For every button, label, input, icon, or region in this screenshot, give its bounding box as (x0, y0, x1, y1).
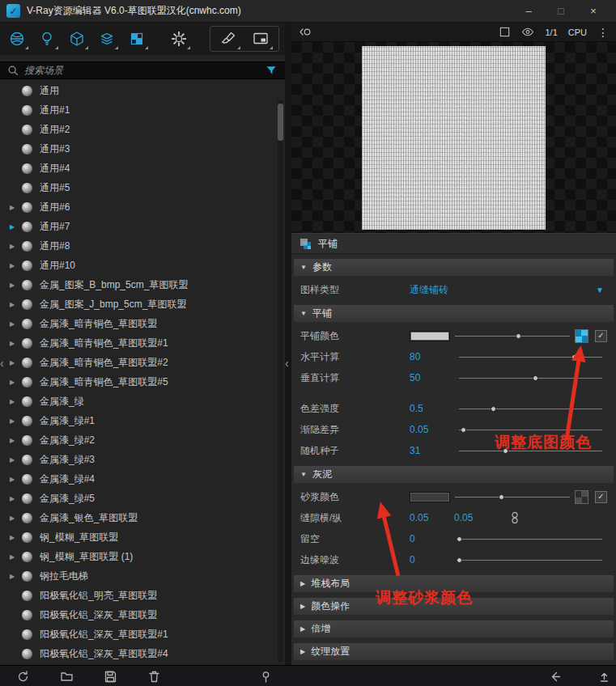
expand-arrow-icon[interactable]: ▶ (5, 456, 19, 464)
expand-arrow-icon[interactable]: ▶ (5, 243, 19, 250)
expand-arrow-icon[interactable]: ▶ (5, 437, 19, 444)
material-paint-button[interactable] (219, 29, 238, 49)
collapse-up-button[interactable] (596, 669, 612, 684)
list-item[interactable]: ▶通用 (0, 81, 285, 100)
slider-thumb[interactable] (457, 557, 462, 563)
list-item[interactable]: ▶通用#6 (0, 197, 285, 217)
expand-arrow-icon[interactable]: ▶ (5, 379, 19, 386)
filter-icon[interactable] (266, 65, 278, 76)
list-item[interactable]: ▶金属_图案_B_bmp_5cm_草图联盟 (0, 275, 285, 294)
list-item[interactable]: ▶金属漆_绿#5 (0, 489, 285, 508)
section-header-color-operations[interactable]: ▶ 颜色操作 (293, 597, 614, 616)
grout-color-texture-button[interactable] (575, 490, 588, 504)
geometry-button[interactable] (68, 29, 86, 49)
slider-thumb[interactable] (457, 536, 462, 542)
expand-arrow-icon[interactable]: ▶ (5, 417, 19, 425)
render-device-button[interactable]: CPU (568, 28, 587, 37)
gap-horizontal-input[interactable]: 0.05 (410, 512, 454, 523)
list-item[interactable]: ▶金属漆_暗青铜色_草图联盟#2 (0, 353, 285, 372)
slider-thumb[interactable] (499, 494, 504, 500)
grout-color-slider[interactable] (455, 488, 570, 506)
section-header-texture-placement[interactable]: ▶ 纹理放置 (293, 642, 614, 661)
list-item[interactable]: ▶金属_图案_J_bmp_5cm_草图联盟 (0, 294, 285, 314)
texture-slot-header[interactable]: 平铺 (291, 233, 616, 254)
expand-arrow-icon[interactable]: ▶ (5, 282, 19, 289)
expand-arrow-icon[interactable]: ▶ (5, 514, 19, 522)
expand-arrow-icon[interactable]: ▶ (5, 553, 19, 561)
collapse-panel-icon[interactable]: ‹ (285, 358, 289, 369)
section-header-tile[interactable]: ▼ 平铺 (293, 304, 614, 323)
slider-thumb[interactable] (491, 406, 496, 412)
gap-vertical-input[interactable]: 0.05 (454, 512, 499, 523)
random-seed-slider[interactable] (459, 442, 602, 459)
list-scrollbar-thumb[interactable] (278, 104, 283, 141)
list-item[interactable]: ▶通用#5 (0, 178, 285, 197)
fade-variance-input[interactable]: 0.05 (410, 424, 454, 435)
open-file-button[interactable] (58, 669, 74, 684)
list-item[interactable]: ▶阳极氧化铝_深灰_草图联盟#1 (0, 625, 285, 644)
panel-divider[interactable]: ‹ (285, 23, 291, 665)
expand-arrow-icon[interactable]: ▶ (5, 398, 19, 405)
expand-arrow-icon[interactable]: ▶ (5, 476, 19, 483)
preview-mode-button[interactable] (299, 26, 312, 38)
list-item[interactable]: ▶金属漆_绿#4 (0, 469, 285, 489)
tile-color-checkbox[interactable]: ✓ (595, 330, 607, 342)
expand-arrow-icon[interactable]: ▶ (5, 301, 19, 308)
slider-thumb[interactable] (571, 354, 577, 360)
edge-noise-slider[interactable] (459, 551, 602, 569)
settings-button[interactable] (170, 29, 188, 49)
list-item[interactable]: ▶金属漆_暗青铜色_草图联盟 (0, 314, 285, 333)
tile-color-texture-button[interactable] (575, 329, 588, 343)
close-button[interactable]: × (577, 1, 610, 22)
list-item[interactable]: ▶金属漆_绿 (0, 392, 285, 411)
tile-color-swatch[interactable] (410, 331, 450, 341)
link-values-icon[interactable] (510, 511, 520, 524)
zoom-ratio-button[interactable]: 1/1 (545, 28, 557, 37)
maximize-button[interactable]: □ (545, 1, 577, 22)
section-header-grout[interactable]: ▼ 灰泥 (293, 465, 614, 484)
refresh-assets-button[interactable] (15, 669, 31, 684)
section-header-stack-layout[interactable]: ▶ 堆栈布局 (293, 574, 614, 593)
grout-color-swatch[interactable] (410, 492, 450, 502)
expand-arrow-icon[interactable]: ▶ (5, 320, 19, 328)
section-header-params[interactable]: ▼ 参数 (293, 258, 614, 277)
horizontal-count-slider[interactable] (459, 348, 602, 366)
vertical-count-input[interactable]: 50 (410, 372, 454, 383)
expand-arrow-icon[interactable]: ▶ (5, 223, 19, 231)
list-item[interactable]: ▶金属漆_暗青铜色_草图联盟#5 (0, 372, 285, 392)
visibility-button[interactable] (521, 26, 534, 38)
holes-input[interactable]: 0 (410, 533, 454, 544)
materials-button[interactable] (8, 29, 26, 49)
expand-arrow-icon[interactable]: ▶ (5, 359, 19, 366)
list-item[interactable]: ▶通用#4 (0, 159, 285, 178)
list-item[interactable]: ▶通用#8 (0, 236, 285, 256)
slider-thumb[interactable] (533, 375, 538, 381)
edge-noise-input[interactable]: 0 (410, 554, 454, 565)
list-item[interactable]: ▶金属漆_绿#2 (0, 430, 285, 450)
slider-thumb[interactable] (516, 333, 521, 339)
pin-button[interactable] (257, 669, 274, 684)
list-item[interactable]: ▶金属漆_绿#1 (0, 411, 285, 430)
list-item[interactable]: ▶钢拉毛电梯 (0, 566, 285, 586)
list-item[interactable]: ▶金属漆_暗青铜色_草图联盟#1 (0, 333, 285, 353)
delete-button[interactable] (146, 669, 162, 684)
vertical-count-slider[interactable] (459, 369, 602, 387)
list-item[interactable]: ▶通用#3 (0, 139, 285, 159)
section-header-multiplier[interactable]: ▶ 倍增 (293, 620, 614, 638)
layers-button[interactable] (98, 29, 116, 49)
expand-arrow-icon[interactable]: ▶ (5, 340, 19, 347)
tile-color-slider[interactable] (455, 327, 570, 345)
list-item[interactable]: ▶钢_模糊_草图联盟 (0, 527, 285, 547)
minimize-button[interactable]: – (512, 1, 545, 22)
lights-button[interactable] (38, 29, 56, 49)
expand-arrow-icon[interactable]: ▶ (5, 262, 19, 269)
list-item[interactable]: ▶阳极氧化铝_深灰_草图联盟 (0, 605, 285, 625)
slider-thumb[interactable] (461, 427, 466, 433)
list-item[interactable]: ▶通用#2 (0, 120, 285, 139)
expand-arrow-icon[interactable]: ▶ (5, 573, 19, 580)
list-item[interactable]: ▶金属漆_绿#3 (0, 450, 285, 469)
list-item[interactable]: ▶阳极氧化铝_明亮_草图联盟 (0, 586, 285, 605)
expand-arrow-icon[interactable]: ▶ (5, 495, 19, 502)
list-item[interactable]: ▶钢_模糊_草图联盟 (1) (0, 547, 285, 566)
list-item[interactable]: ▶通用#1 (0, 100, 285, 120)
